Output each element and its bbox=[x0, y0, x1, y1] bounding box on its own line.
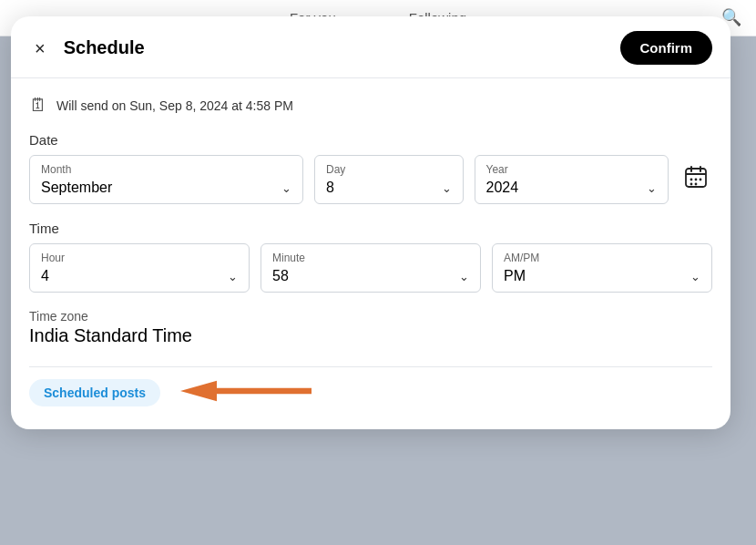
hour-label: Hour bbox=[41, 252, 238, 264]
day-label: Day bbox=[326, 163, 452, 176]
month-value: September bbox=[41, 180, 112, 196]
schedule-modal: × Schedule Confirm 🗓 Will send on Sun, S… bbox=[11, 16, 730, 429]
confirm-button[interactable]: Confirm bbox=[620, 31, 713, 65]
calendar-clock-icon: 🗓 bbox=[29, 95, 47, 116]
month-select[interactable]: Month September ⌄ bbox=[29, 155, 303, 204]
calendar-icon bbox=[683, 164, 709, 190]
modal-body: 🗓 Will send on Sun, Sep 8, 2024 at 4:58 … bbox=[11, 78, 730, 429]
modal-header: × Schedule Confirm bbox=[11, 16, 730, 78]
day-chevron-icon: ⌄ bbox=[442, 181, 452, 195]
ampm-label: AM/PM bbox=[504, 252, 700, 264]
month-chevron-icon: ⌄ bbox=[281, 181, 291, 195]
ampm-chevron-icon: ⌄ bbox=[690, 270, 700, 283]
minute-label: Minute bbox=[272, 252, 469, 264]
timezone-label: Time zone bbox=[29, 309, 712, 324]
schedule-info-row: 🗓 Will send on Sun, Sep 8, 2024 at 4:58 … bbox=[29, 95, 712, 116]
month-label: Month bbox=[41, 163, 291, 176]
schedule-info-text: Will send on Sun, Sep 8, 2024 at 4:58 PM bbox=[56, 98, 293, 113]
timezone-value: India Standard Time bbox=[29, 325, 712, 346]
day-value: 8 bbox=[326, 180, 334, 196]
svg-marker-9 bbox=[180, 381, 312, 401]
year-value: 2024 bbox=[486, 180, 519, 196]
close-button[interactable]: × bbox=[29, 37, 51, 59]
hour-chevron-icon: ⌄ bbox=[228, 270, 238, 283]
header-left: × Schedule bbox=[29, 37, 145, 59]
date-section-label: Date bbox=[29, 132, 712, 148]
time-row: Hour 4 ⌄ Minute 58 ⌄ bbox=[29, 243, 712, 293]
date-row: Month September ⌄ Day 8 ⌄ bbox=[29, 155, 712, 204]
hour-value: 4 bbox=[41, 268, 49, 284]
minute-select[interactable]: Minute 58 ⌄ bbox=[261, 243, 481, 293]
minute-value: 58 bbox=[272, 268, 289, 284]
hour-select[interactable]: Hour 4 ⌄ bbox=[29, 243, 250, 293]
year-select[interactable]: Year 2024 ⌄ bbox=[475, 155, 669, 204]
svg-point-7 bbox=[690, 183, 693, 186]
time-section-label: Time bbox=[29, 221, 712, 236]
svg-point-5 bbox=[695, 179, 698, 181]
year-chevron-icon: ⌄ bbox=[647, 181, 657, 195]
overlay: For you Following 🔍 × Schedule Confirm 🗓… bbox=[0, 0, 756, 545]
timezone-section: Time zone India Standard Time bbox=[29, 309, 712, 346]
arrow-right-icon bbox=[173, 375, 319, 411]
ampm-select[interactable]: AM/PM PM ⌄ bbox=[492, 243, 712, 293]
day-select[interactable]: Day 8 ⌄ bbox=[314, 155, 464, 204]
modal-title: Schedule bbox=[64, 37, 145, 58]
scheduled-posts-button[interactable]: Scheduled posts bbox=[29, 379, 160, 406]
scheduled-posts-row: Scheduled posts bbox=[29, 366, 712, 411]
calendar-picker-button[interactable] bbox=[679, 160, 712, 199]
svg-point-4 bbox=[690, 179, 693, 181]
svg-point-8 bbox=[695, 183, 698, 186]
svg-point-6 bbox=[700, 179, 702, 181]
ampm-value: PM bbox=[504, 268, 526, 284]
minute-chevron-icon: ⌄ bbox=[459, 270, 469, 283]
year-label: Year bbox=[486, 163, 658, 176]
